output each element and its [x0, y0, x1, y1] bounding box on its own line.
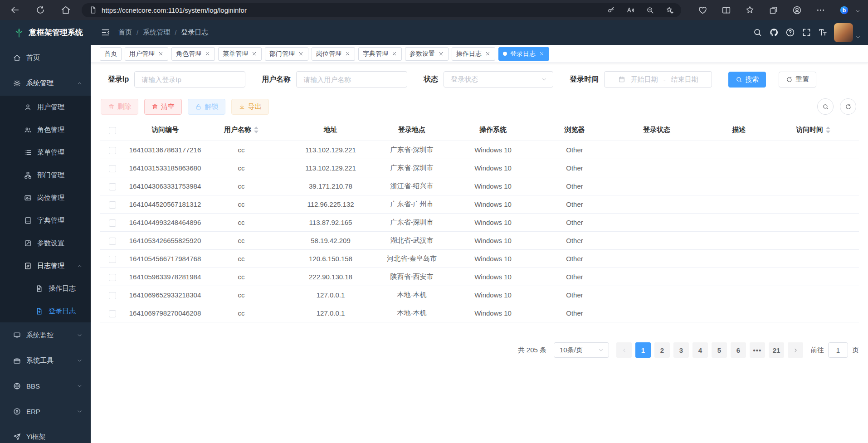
- back-icon[interactable]: [10, 5, 20, 15]
- refresh-table-button[interactable]: [840, 98, 856, 115]
- collections-icon[interactable]: [769, 5, 778, 15]
- github-icon[interactable]: [769, 28, 779, 37]
- search-icon[interactable]: [753, 28, 762, 37]
- clear-button[interactable]: 清空: [144, 99, 182, 115]
- fullscreen-icon[interactable]: [802, 28, 811, 37]
- close-icon[interactable]: [391, 51, 397, 57]
- close-icon[interactable]: [438, 51, 444, 57]
- tab-login-log[interactable]: 登录日志: [498, 47, 549, 61]
- browser-essentials-icon[interactable]: [698, 5, 707, 15]
- close-icon[interactable]: [539, 51, 545, 57]
- unlock-button[interactable]: 解锁: [188, 99, 225, 115]
- row-checkbox[interactable]: [109, 165, 116, 172]
- sidebar-item-system-management[interactable]: 系统管理: [0, 70, 91, 96]
- more-icon[interactable]: [816, 5, 825, 15]
- breadcrumb-item[interactable]: 首页: [118, 28, 132, 37]
- login-ip-input[interactable]: [134, 71, 245, 88]
- sidebar-item-erp[interactable]: ERP: [0, 399, 91, 424]
- select-all-checkbox[interactable]: [109, 127, 116, 134]
- tab-operation-log[interactable]: 操作日志: [452, 47, 495, 61]
- avatar-caret-icon[interactable]: [855, 34, 861, 40]
- close-icon[interactable]: [345, 51, 351, 57]
- sidebar-item-department-management[interactable]: 部门管理: [0, 164, 91, 186]
- prev-page-button[interactable]: [616, 342, 632, 358]
- caret-down-icon[interactable]: [855, 8, 861, 14]
- sidebar-item-yi-framework[interactable]: Yi框架: [0, 424, 91, 443]
- close-icon[interactable]: [298, 51, 304, 57]
- refresh-icon[interactable]: [35, 5, 45, 15]
- row-checkbox[interactable]: [109, 310, 116, 317]
- toggle-search-button[interactable]: [817, 98, 834, 115]
- favorites-icon[interactable]: [745, 5, 755, 15]
- reset-button[interactable]: 重置: [779, 72, 816, 88]
- sidebar-item-login-log[interactable]: 登录日志: [0, 300, 91, 322]
- page-size-select[interactable]: 10条/页: [554, 342, 609, 358]
- row-checkbox[interactable]: [109, 219, 116, 227]
- split-screen-icon[interactable]: [722, 5, 731, 15]
- fold-menu-icon[interactable]: [101, 28, 110, 37]
- sidebar-item-bbs[interactable]: BBS: [0, 373, 91, 399]
- tab-department-management[interactable]: 部门管理: [265, 47, 308, 61]
- status-select[interactable]: 登录状态: [444, 71, 553, 88]
- tab-menu-management[interactable]: 菜单管理: [218, 47, 262, 61]
- breadcrumb-item[interactable]: 系统管理: [143, 28, 170, 37]
- pager-more-button[interactable]: •••: [750, 342, 765, 358]
- tab-post-management[interactable]: 岗位管理: [312, 47, 355, 61]
- next-page-button[interactable]: [788, 342, 803, 358]
- sidebar-item-parameter-settings[interactable]: 参数设置: [0, 232, 91, 254]
- sidebar-item-menu-management[interactable]: 菜单管理: [0, 141, 91, 164]
- row-checkbox[interactable]: [109, 201, 116, 209]
- page-button-6[interactable]: 6: [731, 342, 746, 358]
- row-checkbox[interactable]: [109, 238, 116, 245]
- row-checkbox[interactable]: [109, 274, 116, 281]
- row-checkbox[interactable]: [109, 147, 116, 154]
- search-button[interactable]: 搜索: [728, 72, 766, 88]
- close-icon[interactable]: [205, 51, 210, 57]
- sidebar-item-user-management[interactable]: 用户管理: [0, 96, 91, 118]
- close-icon[interactable]: [158, 51, 164, 57]
- tab-parameter-settings[interactable]: 参数设置: [405, 47, 449, 61]
- login-time-range-picker[interactable]: 开始日期 - 结束日期: [604, 71, 712, 88]
- sidebar-item-post-management[interactable]: 岗位管理: [0, 186, 91, 209]
- sidebar-item-system-monitoring[interactable]: 系统监控: [0, 322, 91, 348]
- page-button-4[interactable]: 4: [692, 342, 708, 358]
- export-button[interactable]: 导出: [231, 99, 269, 115]
- goto-page-input[interactable]: [828, 342, 848, 358]
- sidebar-item-operation-log[interactable]: 操作日志: [0, 277, 91, 300]
- tab-role-management[interactable]: 角色管理: [171, 47, 215, 61]
- user-avatar[interactable]: [834, 23, 853, 42]
- sidebar-item-log-management[interactable]: 日志管理: [0, 254, 91, 277]
- close-icon[interactable]: [251, 51, 257, 57]
- row-checkbox[interactable]: [109, 256, 116, 263]
- column-header-visit-time[interactable]: 访问时间: [767, 119, 859, 141]
- text-size-icon[interactable]: [818, 28, 828, 37]
- sidebar-item-dictionary-management[interactable]: 字典管理: [0, 209, 91, 232]
- tab-home[interactable]: 首页: [100, 47, 122, 61]
- row-checkbox[interactable]: [109, 183, 116, 190]
- column-header-user-name[interactable]: 用户名称: [205, 119, 278, 141]
- sidebar-item-role-management[interactable]: 角色管理: [0, 118, 91, 141]
- row-checkbox[interactable]: [109, 292, 116, 299]
- page-button-3[interactable]: 3: [673, 342, 689, 358]
- bing-icon[interactable]: b: [839, 5, 849, 15]
- tab-user-management[interactable]: 用户管理: [125, 47, 168, 61]
- site-info-icon[interactable]: [89, 6, 97, 14]
- read-aloud-icon[interactable]: [626, 6, 635, 15]
- home-icon[interactable]: [61, 5, 71, 15]
- sidebar-item-home[interactable]: 首页: [0, 45, 91, 70]
- page-button-5[interactable]: 5: [712, 342, 727, 358]
- page-button-1[interactable]: 1: [635, 342, 651, 358]
- close-icon[interactable]: [485, 51, 491, 57]
- profile-icon[interactable]: [792, 5, 802, 15]
- user-name-input[interactable]: [296, 71, 407, 88]
- sort-carets[interactable]: [254, 127, 258, 133]
- page-button-21[interactable]: 21: [769, 342, 784, 358]
- address-bar[interactable]: https://ccnetcore.com:1101/system/log/lo…: [82, 3, 681, 17]
- sort-carets[interactable]: [826, 127, 830, 133]
- favorite-star-icon[interactable]: [665, 6, 674, 15]
- tab-dictionary-management[interactable]: 字典管理: [358, 47, 402, 61]
- sidebar-item-system-tools[interactable]: 系统工具: [0, 348, 91, 373]
- question-icon[interactable]: [785, 28, 795, 37]
- delete-button[interactable]: 删除: [101, 99, 138, 115]
- zoom-icon[interactable]: [646, 6, 654, 15]
